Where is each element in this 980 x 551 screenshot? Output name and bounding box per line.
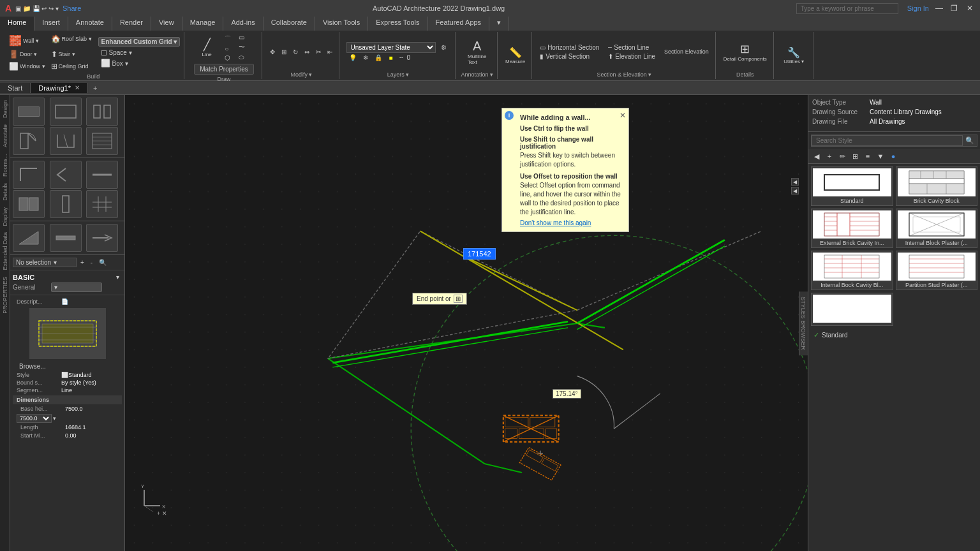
spline-btn[interactable]: 〜 — [236, 42, 248, 52]
style-brick-cavity[interactable]: Brick Cavity Block — [896, 166, 978, 206]
ptb-back-btn[interactable]: ◀ — [811, 151, 822, 162]
space-btn[interactable]: ◻Space ▾ — [98, 47, 181, 57]
vert-tab-extended[interactable]: Extended Data — [1, 230, 10, 273]
tab-view[interactable]: View — [151, 17, 182, 31]
tab-manage[interactable]: Manage — [182, 17, 224, 31]
tool-door1[interactable] — [13, 127, 45, 155]
ptb-grid-btn[interactable]: ⊞ — [849, 151, 861, 162]
remove-selected-btn[interactable]: - — [88, 258, 95, 267]
section-elevation-btn[interactable]: Section Elevation — [662, 48, 711, 55]
ptb-color-btn[interactable]: ● — [887, 151, 899, 162]
tool-arrow[interactable] — [86, 224, 118, 252]
style-group-dropdown[interactable]: ▾ — [114, 273, 122, 281]
tool-door2[interactable] — [50, 127, 82, 155]
style-int-block[interactable]: Internal Block Plaster (... — [896, 209, 978, 248]
copy-btn[interactable]: ⊞ — [279, 48, 289, 56]
layer-freeze-btn[interactable]: ❄ — [360, 54, 371, 62]
panel-toggle2[interactable]: ◀ — [791, 187, 799, 195]
angle-input-box[interactable]: 171542 — [463, 248, 496, 260]
line-btn[interactable]: ╱ Line — [194, 36, 219, 59]
tool-wall3[interactable] — [86, 98, 118, 126]
tool-wall2[interactable] — [50, 98, 82, 126]
tab-home[interactable]: Home — [0, 17, 34, 31]
tab-collaborate[interactable]: Collaborate — [264, 17, 315, 31]
vert-tab-details[interactable]: Details — [1, 180, 10, 203]
poly-btn[interactable]: ⬡ — [222, 54, 234, 62]
tab-annotate[interactable]: Annotate — [68, 17, 112, 31]
tool-wall1[interactable] — [13, 98, 45, 126]
style-int-cavity[interactable]: Internal Bock Cavity Bl... — [811, 251, 893, 290]
door-btn[interactable]: 🚪 Door ▾ — [6, 48, 48, 60]
tooltip-link[interactable]: Don't show me this again — [520, 219, 623, 226]
layer-on-btn[interactable]: 💡 — [346, 54, 359, 62]
style-partition[interactable]: Partition Stud Plaster (... — [896, 251, 978, 290]
base-height-input[interactable]: 7500.0 — [17, 414, 52, 423]
move-btn[interactable]: ✥ — [267, 48, 278, 56]
sign-in-btn[interactable]: Sign In — [907, 4, 929, 12]
roofslb-btn[interactable]: 🏠 Roof Slab ▾ — [48, 33, 94, 45]
match-props-btn[interactable]: Match Properties — [194, 64, 254, 75]
tool-wall-section[interactable] — [13, 190, 45, 218]
ptb-filter-btn[interactable]: ▼ — [875, 151, 886, 162]
detail-components-btn[interactable]: ⊞ Detail Components — [721, 41, 769, 63]
tool-bracket[interactable] — [50, 161, 82, 189]
tab-close-icon[interactable]: ✕ — [75, 84, 80, 91]
vert-tab-annotate[interactable]: Annotate — [1, 122, 10, 150]
styles-browser-btn[interactable]: STYLES BROWSER — [799, 291, 808, 355]
ellipse-btn[interactable]: ⬭ — [236, 53, 248, 62]
rectang-btn[interactable]: ▭ — [236, 33, 248, 41]
tab-more[interactable]: ▾ — [489, 17, 509, 31]
minimize-btn[interactable]: — — [934, 3, 944, 13]
arc-btn[interactable]: ⌒ — [222, 34, 234, 44]
extend-btn[interactable]: ⇤ — [325, 48, 335, 56]
tab-express[interactable]: Express Tools — [368, 17, 427, 31]
elevation-line-btn[interactable]: ⬆Elevation Line — [605, 52, 658, 61]
restore-btn[interactable]: ❐ — [949, 3, 960, 13]
tab-render[interactable]: Render — [112, 17, 151, 31]
circle-btn[interactable]: ○ — [222, 45, 234, 53]
layer-lock-btn[interactable]: 🔒 — [372, 54, 385, 62]
layer-settings-btn[interactable]: ⚙ — [438, 43, 449, 52]
horizontal-section-btn[interactable]: ▭Horizontal Section — [537, 43, 602, 52]
selection-dropdown[interactable]: No selection ▾ — [13, 258, 77, 267]
rotate-btn[interactable]: ↻ — [290, 48, 301, 56]
ptb-list-btn[interactable]: ≡ — [862, 151, 873, 162]
wall-btn[interactable]: 🧱 Wall ▾ — [6, 33, 48, 48]
panel-toggle1[interactable]: ◀ — [791, 178, 799, 186]
vert-tab-properties[interactable]: PROPERTIES — [1, 274, 10, 316]
linetype-btn[interactable]: ╌ — [397, 54, 406, 62]
general-dropdown[interactable]: ▾ — [51, 283, 102, 292]
style-ext-brick[interactable]: External Brick Cavity In... — [811, 209, 893, 248]
tab-addins[interactable]: Add-ins — [223, 17, 263, 31]
utilities-btn[interactable]: 🔧 Utilities ▾ — [781, 45, 806, 66]
vert-tab-display[interactable]: Display — [1, 205, 10, 229]
ceilinggrid-btn[interactable]: ⊞ Ceiling Grid — [48, 61, 94, 72]
tool-slope[interactable] — [13, 224, 45, 252]
tool-beam[interactable] — [86, 161, 118, 189]
tool-floor[interactable] — [50, 224, 82, 252]
vert-tab-design[interactable]: Design — [1, 98, 10, 121]
tool-column[interactable] — [50, 190, 82, 218]
add-selected-btn[interactable]: + — [78, 258, 87, 267]
tool-hatch[interactable] — [86, 127, 118, 155]
style-blank[interactable] — [811, 293, 893, 326]
multiline-text-btn[interactable]: A MultilineText — [465, 38, 489, 66]
tab-drawing1[interactable]: Drawing1* ✕ — [31, 83, 88, 93]
enhanced-custom-grid-btn[interactable]: Enhanced Custom Grid ▾ — [98, 37, 181, 47]
tab-insert[interactable]: Insert — [34, 17, 68, 31]
color-btn[interactable]: ■ — [386, 54, 395, 62]
tool-corner[interactable] — [13, 161, 45, 189]
browse-btn[interactable]: Browse... — [17, 362, 48, 371]
vertical-section-btn[interactable]: ▮Vertical Section — [537, 52, 602, 61]
share-btn[interactable]: Share — [63, 4, 81, 12]
ptb-add-btn[interactable]: + — [824, 151, 835, 162]
vert-tab-rooms[interactable]: Rooms... — [1, 151, 10, 179]
close-btn[interactable]: ✕ — [965, 3, 975, 13]
window-btn[interactable]: ⬜ Window ▾ — [6, 61, 48, 72]
section-line-btn[interactable]: ╌Section Line — [605, 43, 658, 52]
tab-start[interactable]: Start — [0, 83, 31, 93]
ptb-edit-btn[interactable]: ✏ — [836, 151, 848, 162]
measure-btn[interactable]: 📏 Measure — [503, 45, 528, 66]
box-btn[interactable]: ⬜Box ▾ — [98, 58, 181, 68]
tooltip-close-btn[interactable]: ✕ — [620, 111, 626, 120]
